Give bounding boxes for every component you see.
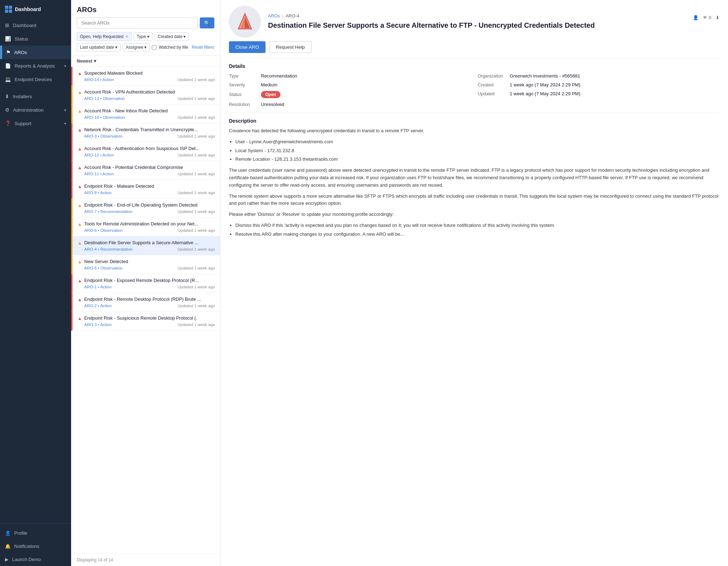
- chevron-down-icon: ▾: [115, 45, 117, 50]
- sidebar-item-endpoint[interactable]: 💻 Endpoint Devices: [0, 73, 71, 86]
- endpoint-icon: 💻: [5, 76, 11, 82]
- list-item[interactable]: ▲ Account Risk - Potential Credential Co…: [71, 161, 220, 180]
- aro-updated: Updated 1 week ago: [178, 172, 215, 176]
- aro-id: ARO-10 • Observation: [84, 115, 125, 119]
- list-item[interactable]: ▲ Endpoint Risk - Remote Desktop Protoco…: [71, 293, 220, 312]
- aro-title: Account Risk - New Inbox Rule Detected: [84, 108, 168, 113]
- aro-id: ARO-12 • Action: [84, 153, 114, 157]
- bullet-item: Dismiss this ARO if this 'activity is ex…: [235, 222, 719, 229]
- list-count: Displaying 14 of 14: [77, 557, 113, 562]
- severity-icon: ▲: [77, 127, 82, 133]
- description-para2: The remote system above supports a more …: [229, 193, 719, 208]
- sidebar-item-launch-demo[interactable]: ▶ Launch Demo: [0, 553, 71, 566]
- last-updated-filter[interactable]: Last updated date ▾: [77, 43, 121, 52]
- status-label: Status: [229, 92, 257, 97]
- aro-id: ARO-3 • Action: [84, 322, 112, 327]
- type-filter[interactable]: Type ▾: [134, 32, 152, 41]
- aro-title: Account Risk - Potential Credential Comp…: [84, 165, 183, 170]
- sidebar: Dashboard ⊞ Dashboard 📊 Status ⚑ AROs 📄 …: [0, 0, 71, 566]
- org-value: Greenwich Investments - #565881: [510, 73, 580, 79]
- sidebar-item-aros[interactable]: ⚑ AROs: [0, 46, 71, 59]
- list-item[interactable]: ▲ Endpoint Risk - Suspicious Remote Desk…: [71, 312, 220, 331]
- assignee-filter[interactable]: Assignee ▾: [123, 43, 150, 52]
- reports-icon: 📄: [5, 63, 11, 69]
- logo-label: Dashboard: [15, 6, 41, 12]
- aro-updated: Updated 1 week ago: [178, 209, 215, 214]
- description-text: Covalence has detected the following une…: [229, 127, 719, 238]
- aro-title: Endpoint Risk - Malware Detected: [84, 183, 154, 189]
- aro-updated: Updated 1 week ago: [178, 153, 215, 157]
- reset-filters-link[interactable]: Reset filters: [192, 45, 214, 50]
- list-item[interactable]: ▲ Account Risk - Authentication from Sus…: [71, 142, 220, 161]
- sidebar-item-label: Administration: [13, 107, 44, 113]
- close-aro-button[interactable]: Close ARO: [229, 41, 266, 53]
- sidebar-item-profile[interactable]: 👤 Profile: [0, 527, 71, 540]
- download-icon[interactable]: ⬇: [716, 15, 719, 20]
- severity-value: Medium: [261, 82, 277, 87]
- org-label: Organization: [478, 74, 506, 79]
- sidebar-item-installers[interactable]: ⬇ Installers: [0, 90, 71, 103]
- list-item[interactable]: ▲ Endpoint Risk - Exposed Remote Desktop…: [71, 274, 220, 293]
- list-item[interactable]: ▲ Account Risk - VPN Authentication Dete…: [71, 86, 220, 105]
- description-para3: Please either 'Dismiss' or 'Resolve' to …: [229, 211, 719, 218]
- sidebar-item-label: Reports & Analysis: [15, 63, 55, 69]
- last-updated-label: Last updated date: [80, 45, 114, 50]
- org-row: Organization Greenwich Investments - #56…: [478, 73, 719, 79]
- list-item[interactable]: ▲ Network Risk - Credentials Transmitted…: [71, 123, 220, 142]
- sidebar-item-dashboard[interactable]: ⊞ Dashboard: [0, 18, 71, 32]
- watched-checkbox[interactable]: [152, 45, 156, 50]
- chart-icon: 📊: [5, 36, 11, 42]
- breadcrumb-parent[interactable]: AROs: [268, 14, 280, 18]
- aro-title: Destination File Server Supports a Secur…: [84, 240, 199, 245]
- chevron-down-icon[interactable]: ▾: [94, 58, 96, 64]
- sidebar-item-reports[interactable]: 📄 Reports & Analysis ▾: [0, 59, 71, 73]
- close-icon[interactable]: ×: [125, 34, 128, 39]
- search-button[interactable]: 🔍: [200, 17, 214, 28]
- sidebar-item-support[interactable]: ❓ Support ▾: [0, 117, 71, 130]
- list-item[interactable]: ▲ New Server Detected ARO-5 • Observatio…: [71, 255, 220, 274]
- list-item[interactable]: ▲ Destination File Server Supports a Sec…: [71, 236, 220, 255]
- watched-filter[interactable]: Watched by Me: [152, 45, 188, 50]
- severity-icon: ▲: [77, 90, 82, 95]
- status-filter-label: Open, Help Requested: [80, 34, 123, 39]
- description-para1: The user credentials (user name and pass…: [229, 167, 719, 189]
- severity-icon: ▲: [77, 203, 82, 208]
- sidebar-item-label: Dashboard: [13, 23, 36, 28]
- aro-list-panel: AROs 🔍 Open, Help Requested × Type ▾: [71, 0, 220, 566]
- aro-title: Endpoint Risk - Suspicious Remote Deskto…: [84, 315, 197, 321]
- severity-icon: ▲: [77, 259, 82, 265]
- type-label: Type: [229, 74, 257, 79]
- sidebar-item-administration[interactable]: ⚙ Administration ▾: [0, 103, 71, 117]
- aro-updated: Updated 1 week ago: [178, 78, 215, 82]
- list-item[interactable]: ▲ Suspected Malware Blocked ARO-14 • Act…: [71, 67, 220, 86]
- severity-icon: ▲: [77, 184, 82, 189]
- aro-updated: Updated 1 week ago: [178, 96, 215, 101]
- sort-label: Newest: [77, 59, 92, 64]
- support-icon: ❓: [5, 121, 11, 126]
- aro-id: ARO-13 • Observation: [84, 96, 125, 101]
- sidebar-item-notifications[interactable]: 🔔 Notifications: [0, 540, 71, 553]
- breadcrumb-current: ARO-4: [286, 14, 299, 18]
- sidebar-item-label: Profile: [14, 530, 27, 536]
- created-value: 1 week ago (7 May 2024 2:29 PM): [510, 82, 580, 87]
- list-item[interactable]: ▲ Tools for Remote Administration Detect…: [71, 218, 220, 236]
- breadcrumb-separator: ›: [282, 14, 283, 18]
- chevron-down-icon: ▾: [64, 108, 66, 112]
- details-section-label: Details: [229, 63, 719, 69]
- sidebar-item-status[interactable]: 📊 Status: [0, 32, 71, 46]
- list-item[interactable]: ▲ Endpoint Risk - End-of-Life Operating …: [71, 199, 220, 218]
- list-item[interactable]: ▲ Account Risk - New Inbox Rule Detected…: [71, 105, 220, 123]
- aro-logo: [229, 6, 261, 38]
- request-help-button[interactable]: Request Help: [269, 41, 312, 53]
- aro-id: ARO-6 • Observation: [84, 228, 123, 233]
- severity-icon: ▲: [77, 221, 82, 227]
- watch-icon[interactable]: 👁 0: [703, 15, 711, 20]
- resolution-row: Resolution Unresolved: [229, 102, 471, 107]
- created-date-filter[interactable]: Created date ▾: [155, 32, 189, 41]
- sidebar-item-label: Endpoint Devices: [15, 77, 52, 82]
- search-input[interactable]: [77, 17, 198, 28]
- user-icon[interactable]: 👤: [693, 15, 698, 20]
- status-filter-chip[interactable]: Open, Help Requested ×: [77, 32, 132, 41]
- list-item[interactable]: ▲ Endpoint Risk - Malware Detected ARO-8…: [71, 180, 220, 199]
- bullet-item: User - Lynne.Auer@greenwichinvestments.c…: [235, 138, 719, 146]
